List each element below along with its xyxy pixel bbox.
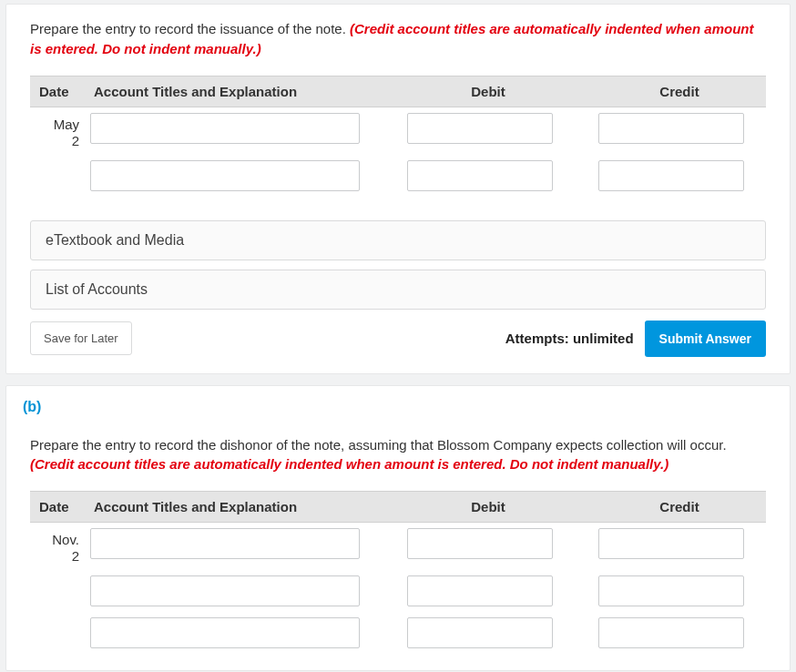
list-of-accounts-toggle[interactable]: List of Accounts — [30, 270, 766, 310]
save-for-later-button[interactable]: Save for Later — [30, 321, 132, 355]
debit-input[interactable] — [407, 160, 553, 191]
entry-date: Nov. 2 — [30, 523, 85, 571]
footer-row: Save for Later Attempts: unlimited Submi… — [30, 321, 766, 357]
part-label: (b) — [6, 386, 790, 421]
col-header-debit: Debit — [402, 492, 575, 523]
journal-row — [30, 570, 766, 612]
account-title-input[interactable] — [90, 575, 360, 606]
credit-input[interactable] — [598, 113, 744, 144]
debit-input[interactable] — [407, 575, 553, 606]
journal-row — [30, 155, 766, 197]
col-header-date: Date — [30, 76, 85, 107]
instruction-text: Prepare the entry to record the issuance… — [30, 21, 350, 36]
col-header-credit: Credit — [593, 492, 766, 523]
journal-row: Nov. 2 — [30, 523, 766, 571]
credit-input[interactable] — [598, 617, 744, 648]
question-part-a: Prepare the entry to record the issuance… — [5, 4, 791, 374]
account-title-input[interactable] — [90, 617, 360, 648]
journal-row — [30, 612, 766, 654]
journal-table-b: Date Account Titles and Explanation Debi… — [30, 491, 766, 654]
instruction-b: Prepare the entry to record the dishonor… — [30, 435, 766, 475]
col-header-acct: Account Titles and Explanation — [85, 492, 383, 523]
debit-input[interactable] — [407, 617, 553, 648]
attempts-label: Attempts: unlimited — [505, 331, 634, 346]
account-title-input[interactable] — [90, 113, 360, 144]
question-part-b: (b) Prepare the entry to record the dish… — [5, 385, 791, 672]
account-title-input[interactable] — [90, 160, 360, 191]
credit-input[interactable] — [598, 528, 744, 559]
col-header-acct: Account Titles and Explanation — [85, 76, 383, 107]
col-header-credit: Credit — [593, 76, 766, 107]
instruction-text: Prepare the entry to record the dishonor… — [30, 437, 727, 453]
entry-date: May 2 — [30, 107, 85, 155]
journal-table-a: Date Account Titles and Explanation Debi… — [30, 76, 766, 197]
instruction-red: (Credit account titles are automatically… — [30, 456, 668, 472]
journal-row: May 2 — [30, 107, 766, 155]
col-header-debit: Debit — [402, 76, 575, 107]
col-header-date: Date — [30, 492, 85, 523]
etextbook-media-toggle[interactable]: eTextbook and Media — [30, 220, 766, 260]
credit-input[interactable] — [598, 575, 744, 606]
debit-input[interactable] — [407, 528, 553, 559]
instruction-a: Prepare the entry to record the issuance… — [30, 19, 766, 59]
resources-accordion: eTextbook and Media List of Accounts — [30, 220, 766, 310]
submit-answer-button[interactable]: Submit Answer — [645, 321, 766, 357]
debit-input[interactable] — [407, 113, 553, 144]
credit-input[interactable] — [598, 160, 744, 191]
account-title-input[interactable] — [90, 528, 360, 559]
